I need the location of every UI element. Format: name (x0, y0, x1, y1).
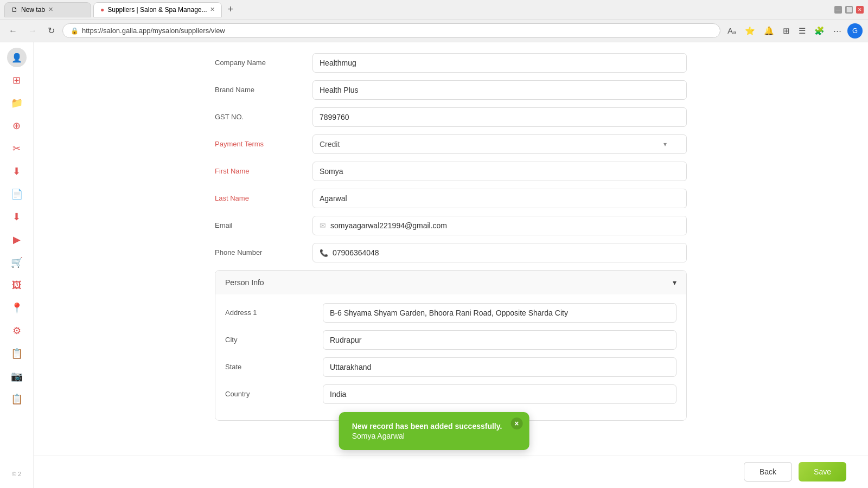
save-button[interactable]: Save (799, 462, 846, 481)
payment-terms-select-wrapper: Credit ▾ (312, 134, 687, 154)
toast-notification: New record has been added successfully. … (339, 412, 529, 450)
user-avatar[interactable]: 👤 (7, 48, 27, 67)
state-input[interactable] (323, 357, 676, 377)
tab-suppliers[interactable]: ● Suppliers | Salon & Spa Manage... ✕ (93, 2, 222, 17)
sidebar-button[interactable]: ☰ (796, 24, 808, 37)
payment-terms-value: Credit (320, 140, 340, 149)
person-info-header[interactable]: Person Info ▾ (215, 271, 686, 294)
url-bar[interactable]: 🔒 https://salon.galla.app/mysalon/suppli… (62, 23, 720, 38)
window-controls: — ⬜ ✕ (834, 6, 864, 14)
sidebar-item-media[interactable]: ▶ (7, 230, 27, 249)
first-name-row: First Name (215, 162, 687, 181)
sidebar-item-image[interactable]: 🖼 (7, 275, 27, 295)
supplier-form: Company Name Brand Name GST NO. Payment … (215, 53, 687, 421)
tab-label-active: Suppliers | Salon & Spa Manage... (107, 6, 207, 14)
sidebar-item-grid[interactable]: ⊞ (7, 70, 27, 90)
toast-close-button[interactable]: × (510, 418, 522, 429)
person-info-chevron-icon: ▾ (673, 278, 676, 287)
extensions-button[interactable]: 🧩 (812, 24, 827, 37)
back-nav-button[interactable]: ← (5, 24, 21, 38)
first-name-label: First Name (215, 162, 302, 175)
sidebar-item-scissors[interactable]: ✂ (7, 139, 27, 158)
brand-name-input[interactable] (312, 80, 687, 100)
last-name-input[interactable] (312, 189, 687, 208)
url-text: https://salon.galla.app/mysalon/supplier… (82, 27, 225, 35)
new-tab-button[interactable]: + (224, 3, 237, 16)
payment-terms-select[interactable]: Credit ▾ (312, 134, 687, 154)
close-button[interactable]: ✕ (856, 6, 864, 14)
company-name-input[interactable] (312, 53, 687, 73)
back-button[interactable]: Back (744, 462, 792, 481)
restore-button[interactable]: ⬜ (845, 6, 853, 14)
state-label: State (225, 357, 312, 371)
profile-button[interactable]: G (847, 23, 863, 38)
sidebar-item-report[interactable]: 📋 (7, 344, 27, 363)
sidebar-item-list[interactable]: 📋 (7, 389, 27, 409)
form-actions: Back Save (34, 455, 868, 488)
company-name-label: Company Name (215, 53, 302, 67)
tab-new[interactable]: 🗋 New tab ✕ (4, 2, 91, 17)
address1-input[interactable] (323, 303, 676, 323)
phone-input[interactable] (333, 243, 686, 262)
sidebar-item-camera[interactable]: 📷 (7, 367, 27, 386)
city-label: City (225, 330, 312, 344)
state-row: State (225, 357, 676, 377)
sidebar-footer: © 2 (12, 471, 21, 483)
last-name-label: Last Name (215, 189, 302, 202)
city-input[interactable] (323, 330, 676, 350)
forward-nav-button[interactable]: → (25, 24, 40, 38)
first-name-input[interactable] (312, 162, 687, 181)
phone-number-row: Phone Number 📞 (215, 243, 687, 262)
favorites-button[interactable]: ⭐ (742, 24, 758, 37)
reader-mode-button[interactable]: Aₐ (725, 24, 739, 37)
address-bar: ← → ↻ 🔒 https://salon.galla.app/mysalon/… (0, 20, 868, 42)
tab-label: New tab (21, 6, 45, 14)
gst-no-row: GST NO. (215, 107, 687, 127)
toast-name: Somya Agarwal (352, 432, 502, 440)
sidebar-item-download2[interactable]: ⬇ (7, 207, 27, 227)
tab-close-1[interactable]: ✕ (48, 6, 53, 13)
email-input[interactable] (330, 216, 686, 235)
toast-message: New record has been added successfully. (352, 422, 502, 431)
address1-label: Address 1 (225, 303, 312, 317)
gst-no-label: GST NO. (215, 107, 302, 121)
email-row: Email ✉ (215, 216, 687, 235)
tab-close-2[interactable]: ✕ (210, 6, 215, 13)
sidebar-item-pin[interactable]: 📍 (7, 298, 27, 318)
sidebar-item-basket[interactable]: 🛒 (7, 253, 27, 272)
country-row: Country (225, 384, 676, 404)
more-button[interactable]: ⋯ (831, 24, 844, 37)
address1-row: Address 1 (225, 303, 676, 323)
sidebar-item-settings[interactable]: ⚙ (7, 321, 27, 341)
minimize-button[interactable]: — (834, 6, 842, 14)
tab-icon: 🗋 (11, 6, 18, 14)
brand-name-row: Brand Name (215, 80, 687, 100)
country-label: Country (225, 384, 312, 398)
split-view-button[interactable]: ⊞ (780, 24, 793, 37)
chevron-down-icon: ▾ (663, 140, 667, 148)
person-info-body: Address 1 City State Co (215, 294, 686, 420)
company-name-row: Company Name (215, 53, 687, 73)
collections-button[interactable]: 🔔 (761, 24, 777, 37)
sidebar-item-download[interactable]: ⬇ (7, 162, 27, 181)
gst-no-input[interactable] (312, 107, 687, 127)
person-info-title: Person Info (225, 278, 264, 287)
phone-icon: 📞 (313, 249, 333, 257)
browser-tabs: 🗋 New tab ✕ ● Suppliers | Salon & Spa Ma… (4, 2, 830, 17)
sidebar-item-alert[interactable]: ⊕ (7, 116, 27, 136)
sidebar-item-file[interactable]: 📄 (7, 184, 27, 204)
country-input[interactable] (323, 384, 676, 404)
email-label: Email (215, 216, 302, 229)
last-name-row: Last Name (215, 189, 687, 208)
tab-favicon: ● (100, 6, 104, 14)
city-row: City (225, 330, 676, 350)
sidebar-item-folder[interactable]: 📁 (7, 93, 27, 113)
phone-input-wrapper: 📞 (312, 243, 687, 262)
browser-titlebar: 🗋 New tab ✕ ● Suppliers | Salon & Spa Ma… (0, 0, 868, 20)
reload-button[interactable]: ↻ (44, 23, 58, 38)
email-icon: ✉ (313, 221, 330, 230)
phone-number-label: Phone Number (215, 243, 302, 256)
sidebar: 👤 ⊞ 📁 ⊕ ✂ ⬇ 📄 ⬇ ▶ 🛒 🖼 📍 ⚙ 📋 📷 📋 © 2 (0, 42, 34, 488)
payment-terms-row: Payment Terms Credit ▾ (215, 134, 687, 154)
email-input-wrapper: ✉ (312, 216, 687, 235)
